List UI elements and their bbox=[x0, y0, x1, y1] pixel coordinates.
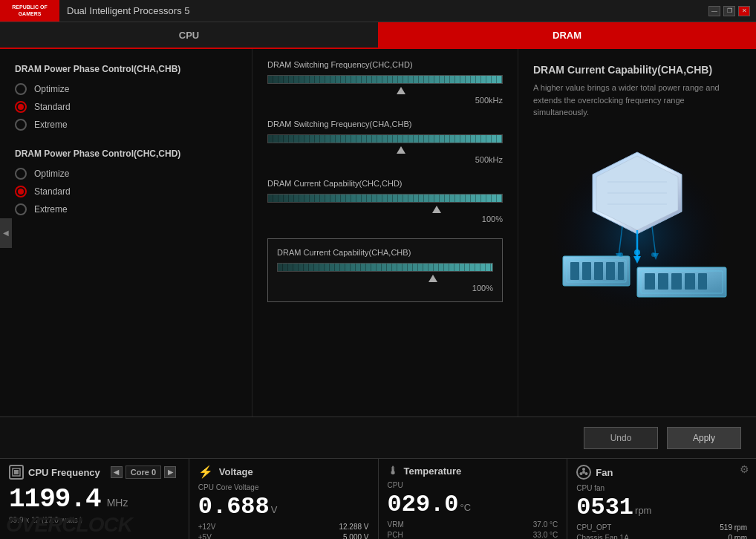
fan-label: CPU fan bbox=[576, 484, 747, 492]
radio-label-standard-1: Standard bbox=[34, 102, 71, 112]
fan-value: 0531 bbox=[576, 494, 633, 521]
fan-title: Fan bbox=[596, 467, 613, 478]
fan-row-0: CPU_OPT 519 rpm bbox=[576, 523, 747, 532]
voltage-header: ⚡ Voltage bbox=[198, 465, 369, 479]
svg-point-28 bbox=[651, 252, 656, 257]
close-button[interactable]: ✕ bbox=[738, 6, 750, 16]
chip-illustration bbox=[533, 134, 741, 327]
temp-title: Temperature bbox=[404, 466, 462, 477]
voltage-row-0: +12V 12.288 V bbox=[198, 523, 369, 531]
tab-cpu[interactable]: CPU bbox=[0, 22, 378, 48]
control-label-3: DRAM Current Capability(CHA,CHB) bbox=[277, 248, 493, 257]
fan-unit: rpm bbox=[635, 505, 651, 516]
control-cha-chb-cap-box: DRAM Current Capability(CHA,CHB) 100% bbox=[267, 238, 503, 302]
temp-unit: °C bbox=[460, 502, 472, 513]
control-chc-chd-freq: DRAM Switching Frequency(CHC,CHD) 500kHz bbox=[267, 60, 503, 105]
logo-text: REPUBLIC OF GAMERS bbox=[12, 4, 47, 17]
control-label-1: DRAM Switching Frequency(CHA,CHB) bbox=[267, 120, 503, 128]
svg-rect-25 bbox=[698, 273, 707, 290]
radio-extreme-2[interactable]: Extreme bbox=[15, 203, 237, 215]
radio-label-optimize-1: Optimize bbox=[34, 84, 69, 94]
temperature-section: 🌡 Temperature CPU 029.0 °C VRM 37.0 °C P… bbox=[379, 459, 568, 539]
slider-thumb-1[interactable] bbox=[397, 146, 405, 154]
radio-circle-standard-2 bbox=[15, 186, 27, 197]
core-label: Core 0 bbox=[126, 466, 161, 479]
core-nav: ◀ Core 0 ▶ bbox=[111, 466, 176, 479]
window-controls: — ❐ ✕ bbox=[708, 6, 756, 16]
window-title: Dual Intelligent Processors 5 bbox=[59, 5, 708, 16]
temp-value: 029.0 bbox=[388, 491, 459, 518]
radio-standard-1[interactable]: Standard bbox=[15, 101, 237, 113]
temp-row-0: VRM 37.0 °C bbox=[388, 520, 558, 529]
tab-dram[interactable]: DRAM bbox=[378, 22, 756, 48]
cpu-freq-icon bbox=[9, 465, 24, 480]
minimize-button[interactable]: — bbox=[708, 6, 720, 16]
app-logo: REPUBLIC OF GAMERS bbox=[0, 0, 59, 22]
radio-circle-optimize-1 bbox=[15, 83, 27, 95]
restore-button[interactable]: ❐ bbox=[723, 6, 735, 16]
svg-rect-23 bbox=[671, 273, 682, 290]
cpu-freq-value: 1199.4 bbox=[9, 484, 101, 514]
temp-header: 🌡 Temperature bbox=[388, 465, 558, 477]
section2-radio-group: Optimize Standard Extreme bbox=[15, 168, 237, 215]
svg-rect-22 bbox=[658, 273, 668, 290]
info-desc: A higher value brings a wider total powe… bbox=[533, 82, 741, 119]
undo-button[interactable]: Undo bbox=[584, 427, 658, 449]
tabbar: CPU DRAM bbox=[0, 22, 756, 49]
radio-standard-2[interactable]: Standard bbox=[15, 186, 237, 197]
radio-label-standard-2: Standard bbox=[34, 186, 71, 197]
watermark-text: OVERCLOCK bbox=[6, 513, 132, 537]
svg-point-27 bbox=[619, 252, 623, 257]
radio-circle-extreme-1 bbox=[15, 119, 27, 131]
voltage-unit: V bbox=[271, 504, 278, 515]
svg-rect-16 bbox=[594, 262, 603, 280]
voltage-icon: ⚡ bbox=[198, 465, 213, 479]
radio-extreme-1[interactable]: Extreme bbox=[15, 119, 237, 131]
section1-title: DRAM Power Phase Control(CHA,CHB) bbox=[15, 64, 237, 74]
voltage-section: ⚡ Voltage CPU Core Voltage 0.688 V +12V … bbox=[189, 459, 379, 539]
core-next-button[interactable]: ▶ bbox=[164, 466, 176, 478]
slider-track-2 bbox=[267, 194, 503, 203]
action-bar: Undo Apply bbox=[0, 416, 756, 458]
svg-point-32 bbox=[582, 468, 585, 471]
voltage-row-1: +5V 5.000 V bbox=[198, 533, 369, 539]
titlebar: REPUBLIC OF GAMERS Dual Intelligent Proc… bbox=[0, 0, 756, 22]
svg-rect-15 bbox=[582, 262, 591, 280]
radio-circle-optimize-2 bbox=[15, 168, 27, 180]
core-prev-button[interactable]: ◀ bbox=[111, 466, 123, 478]
slider-thumb-0[interactable] bbox=[397, 87, 405, 94]
slider-value-2: 100% bbox=[267, 215, 503, 223]
statusbar: CPU Frequency ◀ Core 0 ▶ 1199.4 MHz 99.9… bbox=[0, 458, 756, 539]
radio-optimize-1[interactable]: Optimize bbox=[15, 83, 237, 95]
fan-row-1: Chassis Fan 1A 0 rpm bbox=[576, 534, 747, 539]
slider-thumb-2[interactable] bbox=[432, 206, 441, 213]
control-label-0: DRAM Switching Frequency(CHC,CHD) bbox=[267, 60, 503, 69]
svg-rect-14 bbox=[570, 262, 579, 280]
slider-value-1: 500kHz bbox=[267, 155, 503, 164]
svg-point-31 bbox=[582, 471, 585, 474]
temp-row-1: PCH 33.0 °C bbox=[388, 531, 558, 539]
control-cha-chb-freq: DRAM Switching Frequency(CHA,CHB) 500kHz bbox=[267, 120, 503, 164]
radio-label-extreme-1: Extreme bbox=[34, 120, 68, 130]
svg-rect-18 bbox=[618, 262, 624, 280]
slider-thumb-3[interactable] bbox=[428, 275, 437, 282]
control-label-2: DRAM Current Capability(CHC,CHD) bbox=[267, 179, 503, 188]
side-nav-arrow[interactable]: ◀ bbox=[0, 218, 12, 248]
svg-point-26 bbox=[634, 249, 640, 255]
svg-rect-30 bbox=[14, 470, 19, 474]
radio-label-extreme-2: Extreme bbox=[34, 204, 68, 215]
slider-container-2[interactable] bbox=[267, 194, 503, 203]
fan-settings-icon[interactable]: ⚙ bbox=[740, 463, 752, 475]
slider-container-0[interactable] bbox=[267, 75, 503, 84]
cpu-freq-section: CPU Frequency ◀ Core 0 ▶ 1199.4 MHz 99.9… bbox=[0, 459, 189, 539]
radio-optimize-2[interactable]: Optimize bbox=[15, 168, 237, 180]
voltage-title: Voltage bbox=[219, 466, 253, 477]
temp-label: CPU bbox=[388, 481, 558, 489]
apply-button[interactable]: Apply bbox=[667, 427, 741, 449]
slider-container-3[interactable] bbox=[277, 263, 493, 272]
slider-container-1[interactable] bbox=[267, 134, 503, 143]
cpu-freq-unit: MHz bbox=[107, 497, 128, 509]
slider-track-0 bbox=[267, 75, 503, 84]
slider-track-3 bbox=[277, 263, 493, 272]
mid-panel: DRAM Switching Frequency(CHC,CHD) 500kHz… bbox=[252, 49, 518, 416]
